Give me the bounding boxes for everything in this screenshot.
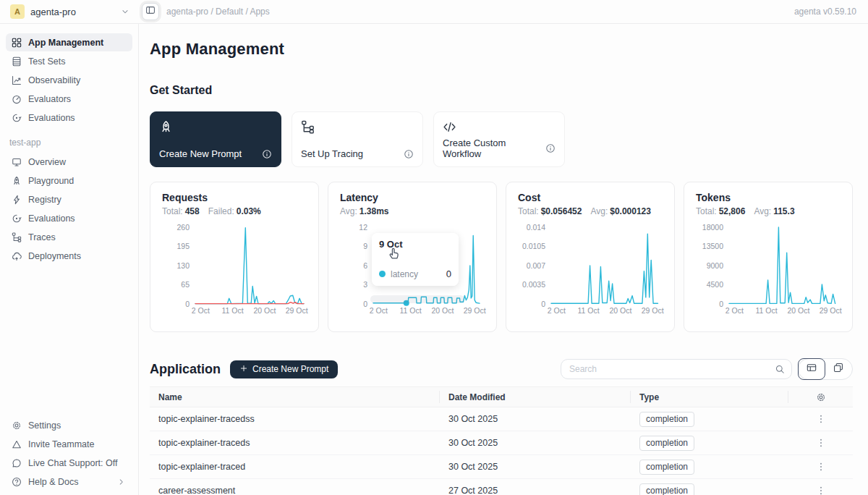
table-row[interactable]: topic-explainer-traceds 30 Oct 2025 comp… (150, 431, 853, 455)
svg-text:65: 65 (181, 280, 190, 289)
svg-text:4500: 4500 (707, 280, 724, 289)
svg-text:13500: 13500 (702, 242, 723, 250)
svg-text:0.0035: 0.0035 (522, 280, 545, 289)
app-name: topic-explainer-traceds (150, 438, 440, 448)
column-settings-icon[interactable] (788, 392, 853, 402)
create-new-prompt-card[interactable]: Create New Prompt (150, 111, 281, 167)
sidebar-item-traces[interactable]: Traces (6, 228, 132, 246)
svg-text:18000: 18000 (702, 223, 723, 232)
svg-text:29 Oct: 29 Oct (642, 306, 664, 315)
workspace-selector[interactable]: A agenta-pro (0, 4, 139, 19)
view-toggle (798, 358, 853, 380)
tree-icon (12, 232, 22, 242)
applications-table: Name Date Modified Type topic-explainer-… (150, 386, 853, 495)
svg-text:11 Oct: 11 Oct (222, 306, 244, 315)
sidebar-item-live-chat-support[interactable]: Live Chat Support: Off (6, 454, 132, 472)
chart-stats: Avg:1.38ms (340, 206, 485, 216)
app-date: 30 Oct 2025 (440, 414, 631, 424)
column-header-date-modified[interactable]: Date Modified (440, 391, 631, 403)
sidebar-item-evaluators[interactable]: Evaluators (6, 90, 132, 108)
code-icon (443, 120, 556, 134)
svg-text:11 Oct: 11 Oct (578, 306, 600, 315)
create-new-prompt-button[interactable]: Create New Prompt (230, 360, 338, 378)
sidebar-item-app-management[interactable]: App Management (6, 33, 132, 51)
search-input[interactable] (569, 364, 775, 374)
chart-title: Latency (340, 192, 485, 203)
app-date: 30 Oct 2025 (440, 462, 631, 472)
workspace-avatar: A (10, 4, 25, 19)
sidebar-footer: Settings Invite Teammate Live Chat Suppo… (6, 416, 132, 491)
chart-title: Requests (162, 192, 307, 203)
type-badge: completion (639, 436, 694, 451)
plus-icon (239, 364, 248, 375)
app-date: 30 Oct 2025 (440, 438, 631, 448)
svg-text:20 Oct: 20 Oct (609, 306, 631, 315)
info-icon[interactable] (545, 143, 556, 153)
triangle-icon (12, 439, 22, 449)
table-header: Name Date Modified Type (150, 386, 853, 407)
application-header: Application Create New Prompt (150, 358, 853, 380)
table-row[interactable]: topic-explainer-tracedss 30 Oct 2025 com… (150, 407, 853, 431)
type-badge: completion (639, 412, 694, 427)
help-circle-icon (12, 477, 22, 487)
row-menu-icon[interactable] (788, 486, 853, 495)
svg-text:12: 12 (359, 223, 367, 232)
sidebar-item-label: Overview (28, 157, 66, 167)
sidebar-item-test-sets[interactable]: Test Sets (6, 52, 132, 70)
table-view-button[interactable] (798, 358, 825, 380)
create-custom-workflow-card[interactable]: Create Custom Workflow (433, 111, 565, 167)
svg-text:11 Oct: 11 Oct (400, 306, 422, 315)
column-header-type[interactable]: Type (631, 391, 788, 403)
svg-text:6: 6 (363, 261, 367, 270)
app-name: topic-explainer-traced (150, 462, 440, 472)
chart-tooltip: 9 Oct latency 0 (372, 233, 459, 286)
sidebar-item-label: Invite Teammate (28, 439, 94, 449)
sidebar-item-invite-teammate[interactable]: Invite Teammate (6, 435, 132, 453)
sidebar-toggle-button[interactable] (142, 3, 159, 20)
refresh-circle-icon (12, 213, 22, 224)
sidebar-item-evaluations[interactable]: Evaluations (6, 109, 132, 127)
search-icon[interactable] (775, 364, 785, 374)
chat-bubble-icon (12, 458, 22, 468)
svg-text:20 Oct: 20 Oct (253, 306, 276, 315)
table-icon (12, 56, 22, 67)
info-icon[interactable] (262, 149, 272, 159)
column-header-name[interactable]: Name (150, 391, 440, 403)
sidebar-item-label: Playground (28, 176, 74, 186)
rocket-icon (12, 176, 22, 186)
set-up-tracing-card[interactable]: Set Up Tracing (292, 111, 423, 167)
svg-text:0: 0 (719, 300, 723, 308)
main-content: App Management Get Started Create New Pr… (139, 24, 868, 495)
svg-text:195: 195 (176, 242, 190, 250)
card-view-button[interactable] (825, 359, 852, 379)
sidebar-item-settings[interactable]: Settings (6, 416, 132, 434)
application-title: Application (150, 362, 221, 377)
svg-text:2 Oct: 2 Oct (548, 306, 566, 315)
svg-text:260: 260 (176, 223, 190, 232)
chart-line-icon (12, 75, 22, 85)
sidebar-item-playground[interactable]: Playground (6, 172, 132, 190)
table-row[interactable]: career-assessment 27 Oct 2025 completion (150, 479, 853, 495)
svg-text:29 Oct: 29 Oct (464, 306, 486, 315)
table-row[interactable]: topic-explainer-traced 30 Oct 2025 compl… (150, 455, 853, 479)
type-badge: completion (639, 460, 694, 475)
svg-text:29 Oct: 29 Oct (286, 306, 308, 315)
workspace-name: agenta-pro (30, 7, 114, 17)
tooltip-value: 0 (446, 268, 451, 279)
search-box (561, 359, 792, 379)
sidebar-item-deployments[interactable]: Deployments (6, 247, 132, 265)
row-menu-icon[interactable] (788, 438, 853, 448)
row-menu-icon[interactable] (788, 462, 853, 472)
sidebar-item-app-evaluations[interactable]: Evaluations (6, 209, 132, 227)
chevron-right-icon (116, 477, 127, 487)
tokens-line-chart: 18000135009000450002 Oct11 Oct20 Oct29 O… (696, 219, 845, 317)
sidebar-item-overview[interactable]: Overview (6, 153, 132, 171)
sidebar-item-observability[interactable]: Observability (6, 71, 132, 89)
sidebar-item-help-docs[interactable]: Help & Docs (6, 473, 132, 491)
sidebar-section-label: test-app (9, 138, 132, 148)
breadcrumb: agenta-pro / Default / Apps (166, 7, 794, 17)
info-icon[interactable] (404, 149, 414, 159)
sidebar-item-label: Live Chat Support: Off (28, 458, 117, 468)
row-menu-icon[interactable] (788, 414, 853, 424)
sidebar-item-registry[interactable]: Registry (6, 190, 132, 208)
